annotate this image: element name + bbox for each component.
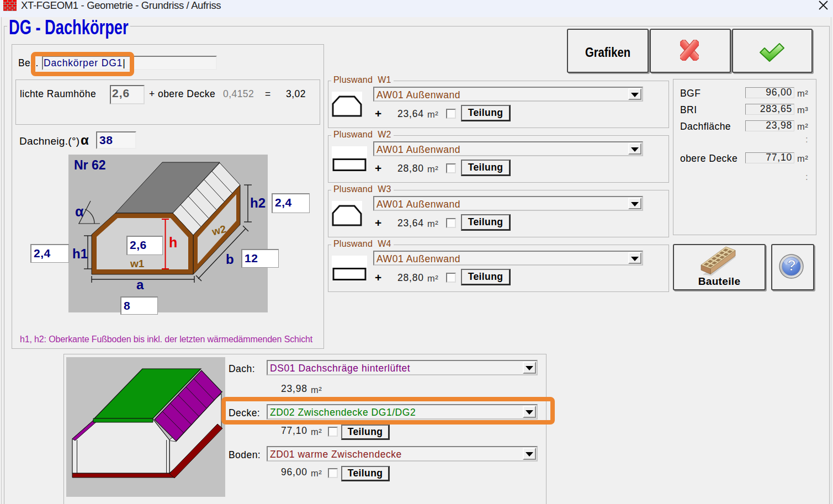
- svg-text:b: b: [226, 252, 234, 267]
- svg-text:h: h: [169, 235, 177, 250]
- svg-text:h1: h1: [72, 246, 88, 261]
- svg-text:w1: w1: [130, 258, 145, 269]
- svg-text:a: a: [136, 277, 144, 292]
- svg-text:?: ?: [787, 257, 797, 274]
- svg-text:Nr 62: Nr 62: [74, 158, 106, 172]
- svg-text:α: α: [75, 204, 84, 219]
- svg-text:h2: h2: [250, 195, 266, 210]
